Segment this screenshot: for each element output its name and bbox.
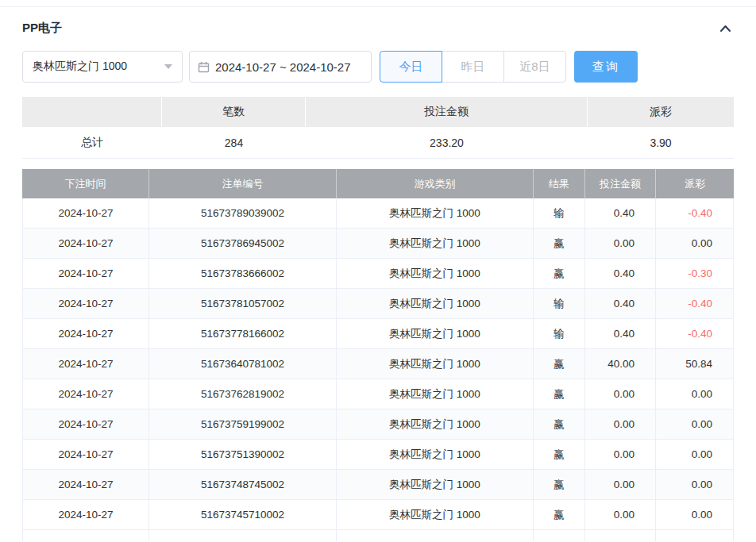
bets-table: 下注时间 注单编号 游戏类别 结果 投注金额 派彩 2024-10-27 516… (22, 169, 734, 541)
search-button[interactable]: 查询 (574, 51, 638, 83)
header-result: 结果 (534, 169, 585, 198)
page-title: PP电子 (22, 21, 62, 36)
bet-amount-cell: 0.40 (585, 289, 656, 319)
summary-count-value: 284 (162, 127, 306, 159)
summary-bet-amount-value: 233.20 (306, 127, 588, 159)
order-id-cell: 51673783666002 (149, 259, 337, 289)
bet-amount-cell: 0.00 (585, 229, 656, 259)
header-game-type: 游戏类别 (337, 169, 534, 198)
result-cell: 赢 (534, 379, 585, 409)
quick-range-last8days-button[interactable]: 近8日 (503, 51, 566, 83)
table-row: 2024-10-27 51673781057002 奥林匹斯之门 1000 输 … (22, 289, 734, 319)
result-cell: 赢 (534, 229, 585, 259)
bet-amount-cell: 0.00 (585, 379, 656, 409)
game-type-cell: 奥林匹斯之门 1000 (337, 289, 534, 319)
bet-date-cell (22, 530, 149, 541)
bet-amount-cell: 0.00 (585, 470, 656, 500)
bets-table-body: 2024-10-27 51673789039002 奥林匹斯之门 1000 输 … (22, 198, 734, 530)
bet-amount-cell: 0.00 (585, 500, 656, 530)
calendar-icon (198, 61, 210, 73)
date-range-picker[interactable]: 2024-10-27 ~ 2024-10-27 (189, 51, 372, 83)
order-id-cell: 51673781057002 (149, 289, 337, 319)
result-cell: 赢 (534, 440, 585, 470)
game-select-value: 奥林匹斯之门 1000 (33, 60, 127, 74)
header-payout: 派彩 (656, 169, 734, 198)
summary-header-bet-amount: 投注金额 (306, 97, 588, 127)
game-type-cell (337, 530, 534, 541)
quick-range-group: 今日 昨日 近8日 (380, 51, 566, 83)
header-bet-time: 下注时间 (22, 169, 149, 198)
bet-amount-cell: 0.40 (585, 319, 656, 349)
summary-header-payout: 派彩 (588, 97, 734, 127)
summary-header-count: 笔数 (162, 97, 306, 127)
game-type-cell: 奥林匹斯之门 1000 (337, 409, 534, 440)
game-type-cell: 奥林匹斯之门 1000 (337, 259, 534, 289)
payout-cell: 50.84 (656, 349, 734, 379)
game-type-cell: 奥林匹斯之门 1000 (337, 349, 534, 379)
payout-cell: 0.00 (656, 229, 734, 259)
collapse-button[interactable] (716, 20, 734, 37)
payout-cell: -0.40 (656, 289, 734, 319)
quick-range-yesterday-button[interactable]: 昨日 (442, 51, 504, 83)
payout-cell (656, 530, 734, 541)
filter-bar: 奥林匹斯之门 1000 2024-10-27 ~ 2024-10-27 今日 昨… (22, 51, 734, 83)
bet-date-cell: 2024-10-27 (22, 259, 149, 289)
game-type-cell: 奥林匹斯之门 1000 (337, 440, 534, 470)
summary-header-row: 笔数 投注金额 派彩 (22, 97, 734, 127)
bet-date-cell: 2024-10-27 (22, 349, 149, 379)
game-select[interactable]: 奥林匹斯之门 1000 (22, 51, 183, 83)
summary-total-label: 总计 (22, 127, 162, 159)
bet-amount-cell: 0.40 (585, 198, 656, 229)
table-row: 2024-10-27 51673748745002 奥林匹斯之门 1000 赢 … (22, 470, 734, 500)
caret-down-icon (164, 64, 172, 69)
quick-range-today-button[interactable]: 今日 (380, 51, 442, 83)
result-cell (534, 530, 585, 541)
table-row: 2024-10-27 51673745710002 奥林匹斯之门 1000 赢 … (22, 500, 734, 530)
table-row: 2024-10-27 51673789039002 奥林匹斯之门 1000 输 … (22, 198, 734, 229)
table-row-partial (22, 530, 734, 541)
order-id-cell: 51673748745002 (149, 470, 337, 500)
order-id-cell: 51673745710002 (149, 500, 337, 530)
result-cell: 输 (534, 319, 585, 349)
bet-date-cell: 2024-10-27 (22, 198, 149, 229)
bet-date-cell: 2024-10-27 (22, 500, 149, 530)
result-cell: 赢 (534, 500, 585, 530)
bet-date-cell: 2024-10-27 (22, 470, 149, 500)
payout-cell: -0.40 (656, 319, 734, 349)
summary-table: 笔数 投注金额 派彩 总计 284 233.20 3.90 (22, 97, 734, 159)
payout-cell: -0.40 (656, 198, 734, 229)
result-cell: 赢 (534, 259, 585, 289)
table-row: 2024-10-27 51673786945002 奥林匹斯之门 1000 赢 … (22, 229, 734, 259)
summary-header-blank (22, 97, 162, 127)
header-order-id: 注单编号 (149, 169, 337, 198)
payout-cell: 0.00 (656, 470, 734, 500)
pp-report-panel: PP电子 奥林匹斯之门 1000 2024-10-27 ~ 2024-10-27… (0, 6, 756, 541)
payout-cell: 0.00 (656, 500, 734, 530)
order-id-cell (149, 530, 337, 541)
order-id-cell: 51673778166002 (149, 319, 337, 349)
date-range-value: 2024-10-27 ~ 2024-10-27 (215, 60, 351, 74)
result-cell: 输 (534, 289, 585, 319)
payout-cell: 0.00 (656, 440, 734, 470)
order-id-cell: 51673759199002 (149, 409, 337, 440)
table-row: 2024-10-27 51673783666002 奥林匹斯之门 1000 赢 … (22, 259, 734, 289)
table-row: 2024-10-27 51673751390002 奥林匹斯之门 1000 赢 … (22, 440, 734, 470)
order-id-cell: 51673789039002 (149, 198, 337, 229)
result-cell: 赢 (534, 470, 585, 500)
order-id-cell: 51673762819002 (149, 379, 337, 409)
game-type-cell: 奥林匹斯之门 1000 (337, 379, 534, 409)
bet-date-cell: 2024-10-27 (22, 409, 149, 440)
order-id-cell: 51673640781002 (149, 349, 337, 379)
result-cell: 赢 (534, 409, 585, 440)
panel-header: PP电子 (22, 6, 734, 38)
table-row: 2024-10-27 51673762819002 奥林匹斯之门 1000 赢 … (22, 379, 734, 409)
game-type-cell: 奥林匹斯之门 1000 (337, 198, 534, 229)
order-id-cell: 51673751390002 (149, 440, 337, 470)
game-type-cell: 奥林匹斯之门 1000 (337, 229, 534, 259)
order-id-cell: 51673786945002 (149, 229, 337, 259)
game-type-cell: 奥林匹斯之门 1000 (337, 319, 534, 349)
bet-date-cell: 2024-10-27 (22, 229, 149, 259)
chevron-up-icon (719, 24, 731, 33)
payout-cell: -0.30 (656, 259, 734, 289)
table-row: 2024-10-27 51673759199002 奥林匹斯之门 1000 赢 … (22, 409, 734, 440)
